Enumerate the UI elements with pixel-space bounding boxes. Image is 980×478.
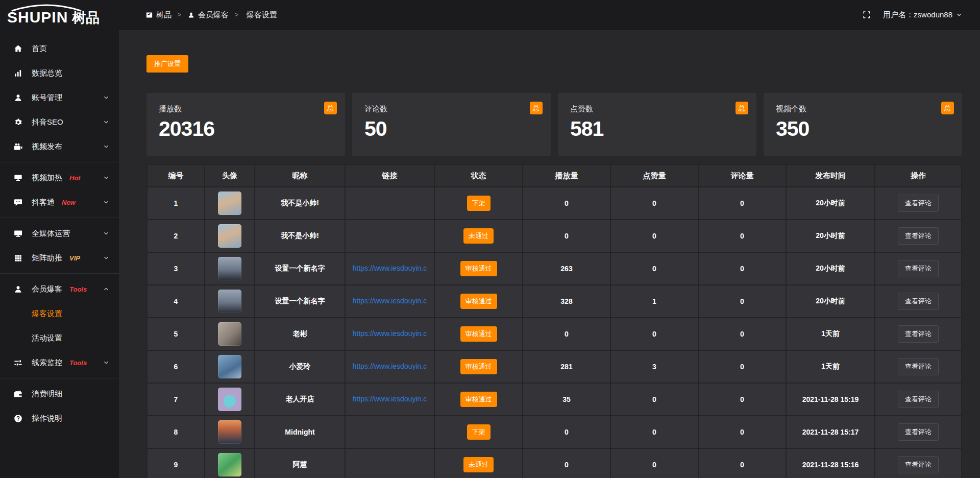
breadcrumb-item-section[interactable]: 会员爆客 (187, 10, 229, 20)
view-comments-button[interactable]: 查看评论 (898, 227, 939, 245)
breadcrumb-page-icon (145, 11, 153, 19)
view-comments-button[interactable]: 查看评论 (898, 358, 939, 375)
avatar (218, 388, 241, 411)
status-button[interactable]: 下架 (467, 424, 491, 440)
cell-avatar (205, 285, 255, 318)
cell-nickname: 我不是小帅! (255, 187, 345, 220)
status-button[interactable]: 审核通过 (460, 359, 497, 374)
cell-status: 审核通过 (434, 318, 523, 350)
cell-plays: 0 (523, 187, 610, 220)
cell-id: 9 (147, 448, 205, 478)
sidebar-item-矩阵助推[interactable]: 矩阵助推VIP (0, 246, 119, 270)
column-header-链接: 链接 (345, 164, 434, 187)
cell-status: 未通过 (434, 448, 523, 478)
username-label: 用户名：zswodun88 (883, 10, 952, 20)
sidebar-item-账号管理[interactable]: 账号管理 (0, 85, 119, 110)
cell-action: 查看评论 (875, 220, 962, 252)
stat-value: 581 (570, 117, 747, 141)
cell-likes: 0 (610, 252, 698, 285)
video-link[interactable]: https://www.iesdouyin.c (353, 329, 427, 338)
sidebar-item-线索监控[interactable]: 线索监控Tools (0, 350, 119, 375)
cell-comments: 0 (698, 187, 786, 220)
sidebar-subitem-爆客设置[interactable]: 爆客设置 (0, 301, 119, 326)
sidebar-item-消费明细[interactable]: 消费明细 (0, 381, 119, 406)
cell-likes: 0 (610, 220, 698, 252)
cell-nickname: 老彬 (255, 318, 345, 350)
cell-status: 审核通过 (434, 350, 523, 383)
sidebar-item-label: 账号管理 (32, 93, 62, 103)
cell-avatar (205, 220, 255, 252)
sidebar-item-tag: Tools (69, 285, 87, 293)
cell-plays: 0 (523, 416, 610, 448)
column-header-编号: 编号 (147, 164, 205, 187)
wallet-icon (13, 389, 23, 399)
cell-action: 查看评论 (875, 252, 962, 285)
table-row: 6小爱玲https://www.iesdouyin.c审核通过281301天前查… (147, 350, 962, 383)
cell-link: https://www.iesdouyin.c (345, 383, 434, 416)
chevron-down-icon (103, 230, 110, 237)
sidebar-item-全媒体运营[interactable]: 全媒体运营 (0, 221, 119, 246)
sidebar-item-首页[interactable]: 首页 (0, 36, 119, 61)
cell-likes: 0 (610, 448, 698, 478)
cell-action: 查看评论 (875, 187, 962, 220)
fullscreen-icon[interactable] (862, 10, 872, 20)
cell-plays: 263 (523, 252, 610, 285)
sidebar-item-label: 抖音SEO (32, 117, 63, 127)
sidebar-item-数据总览[interactable]: 数据总览 (0, 61, 119, 85)
main-content: 推广设置 播放数 总 20316 评论数 总 50 点赞数 总 581 视频个数… (119, 31, 980, 478)
gear-icon (13, 117, 23, 127)
status-button[interactable]: 下架 (467, 196, 491, 211)
status-button[interactable]: 审核通过 (460, 261, 497, 276)
user-menu[interactable]: 用户名：zswodun88 (883, 10, 963, 20)
heat-icon (13, 173, 23, 183)
view-comments-button[interactable]: 查看评论 (898, 293, 939, 310)
breadcrumb: 树品 > 会员爆客 > 爆客设置 (119, 10, 277, 20)
stat-cards: 播放数 总 20316 评论数 总 50 点赞数 总 581 视频个数 总 35… (146, 93, 962, 156)
breadcrumb-user-icon (187, 11, 195, 19)
sidebar-item-label: 消费明细 (32, 389, 62, 399)
sidebar-item-tag: New (62, 199, 76, 206)
promo-settings-button[interactable]: 推广设置 (146, 55, 188, 73)
video-link[interactable]: https://www.iesdouyin.c (353, 264, 427, 272)
sidebar-item-会员爆客[interactable]: 会员爆客Tools (0, 277, 119, 301)
avatar (218, 290, 241, 313)
view-comments-button[interactable]: 查看评论 (898, 423, 939, 441)
cell-comments: 0 (698, 416, 786, 448)
sidebar-item-操作说明[interactable]: 操作说明 (0, 406, 119, 431)
cell-comments: 0 (698, 318, 786, 350)
sidebar-item-视频加热[interactable]: 视频加热Hot (0, 165, 119, 190)
status-button[interactable]: 审核通过 (460, 294, 497, 309)
view-comments-button[interactable]: 查看评论 (898, 195, 939, 212)
sidebar-item-视频发布[interactable]: 视频发布 (0, 134, 119, 159)
cell-likes: 0 (610, 416, 698, 448)
stat-label: 播放数 (159, 104, 336, 114)
view-comments-button[interactable]: 查看评论 (898, 260, 939, 277)
breadcrumb-item-app[interactable]: 树品 (145, 10, 172, 20)
sidebar-subitem-活动设置[interactable]: 活动设置 (0, 326, 119, 350)
cell-comments: 0 (698, 350, 786, 383)
status-button[interactable]: 未通过 (463, 228, 494, 244)
video-link[interactable]: https://www.iesdouyin.c (353, 395, 427, 403)
cell-action: 查看评论 (875, 285, 962, 318)
stat-label: 视频个数 (776, 104, 953, 114)
view-comments-button[interactable]: 查看评论 (898, 325, 939, 343)
view-comments-button[interactable]: 查看评论 (898, 456, 939, 473)
cell-comments: 0 (698, 383, 786, 416)
topbar: SHUPIN 树品 树品 > 会员爆客 > 爆客设置 用户名：zswodun (0, 0, 980, 30)
view-comments-button[interactable]: 查看评论 (898, 391, 939, 408)
status-button[interactable]: 审核通过 (460, 326, 497, 342)
breadcrumb-label: 树品 (156, 10, 172, 20)
cell-link (345, 416, 434, 448)
cell-publish-time: 2021-11-28 15:16 (786, 448, 875, 478)
cell-nickname: 设置一个新名字 (255, 285, 345, 318)
sidebar-item-抖客通[interactable]: 抖客通New (0, 190, 119, 214)
sidebar-item-tag: Hot (69, 174, 81, 182)
avatar (218, 257, 241, 280)
video-link[interactable]: https://www.iesdouyin.c (353, 362, 427, 370)
cell-status: 审核通过 (434, 285, 523, 318)
breadcrumb-label: 会员爆客 (198, 10, 229, 20)
status-button[interactable]: 审核通过 (460, 392, 497, 407)
video-link[interactable]: https://www.iesdouyin.c (353, 297, 427, 305)
sidebar-item-抖音SEO[interactable]: 抖音SEO (0, 110, 119, 134)
status-button[interactable]: 未通过 (463, 457, 494, 472)
